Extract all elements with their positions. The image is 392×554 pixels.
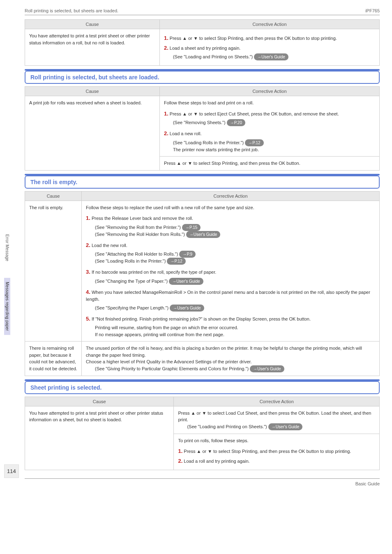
table-0: Cause Corrective Action You have attempt…: [25, 19, 380, 66]
table-3: Cause Corrective Action You have attempt…: [25, 397, 380, 471]
t2b-action: The unused portion of the roll is heavy,…: [82, 342, 380, 376]
users-guide-badge[interactable]: →User's Guide: [186, 231, 221, 238]
page-ref-badge[interactable]: →P.15: [182, 224, 201, 231]
t0-action: 1. Press ▲ or ▼ to select Stop Printing,…: [159, 29, 379, 66]
header-right: iPF765: [365, 8, 380, 13]
page-ref-badge[interactable]: →P.12: [245, 139, 263, 146]
table-1: Cause Corrective Action A print job for …: [25, 86, 380, 171]
t1-final: Press ▲ or ▼ to select Stop Printing, an…: [159, 157, 379, 171]
col-action: Corrective Action: [82, 191, 380, 201]
col-cause: Cause: [25, 87, 160, 96]
t1-action: Follow these steps to load and print on …: [159, 96, 379, 157]
users-guide-badge[interactable]: →User's Guide: [250, 365, 284, 372]
users-guide-badge[interactable]: →User's Guide: [169, 278, 203, 285]
t0-cause: You have attempted to print a test print…: [25, 29, 160, 66]
page-ref-badge[interactable]: →P.20: [227, 119, 245, 126]
t3-action-1: Press ▲ or ▼ to select Load Cut Sheet, a…: [174, 406, 380, 434]
section-roll-printing-selected: Roll printing is selected, but sheets ar…: [25, 71, 380, 84]
col-action: Corrective Action: [159, 20, 379, 29]
page-ref-badge[interactable]: →P.9: [179, 251, 196, 258]
table-2: Cause Corrective Action The roll is empt…: [25, 191, 380, 376]
footer: Basic Guide: [25, 478, 380, 486]
section-roll-empty: The roll is empty.: [25, 175, 380, 189]
t2b-cause: There is remaining roll paper, but becau…: [25, 342, 82, 376]
col-cause: Cause: [25, 397, 174, 406]
t3-cause: You have attempted to print a test print…: [25, 406, 174, 470]
t3-action-2: To print on rolls, follow these steps. 1…: [174, 434, 380, 470]
users-guide-badge[interactable]: →User's Guide: [268, 423, 303, 430]
col-action: Corrective Action: [159, 87, 379, 96]
users-guide-badge[interactable]: →User's Guide: [254, 53, 288, 60]
page-ref-badge[interactable]: →P.12: [167, 258, 185, 265]
t1-cause: A print job for rolls was received when …: [25, 96, 160, 171]
t2a-cause: The roll is empty.: [25, 201, 82, 342]
page-header: Roll printing is selected, but sheets ar…: [25, 8, 380, 15]
col-cause: Cause: [25, 191, 82, 201]
col-cause: Cause: [25, 20, 160, 29]
users-guide-badge[interactable]: →User's Guide: [170, 305, 204, 312]
section-sheet-printing-selected: Sheet printing is selected.: [25, 381, 380, 394]
t2a-action: Follow these steps to replace the used r…: [82, 201, 380, 342]
col-action: Corrective Action: [174, 397, 380, 406]
header-left: Roll printing is selected, but sheets ar…: [25, 8, 118, 13]
